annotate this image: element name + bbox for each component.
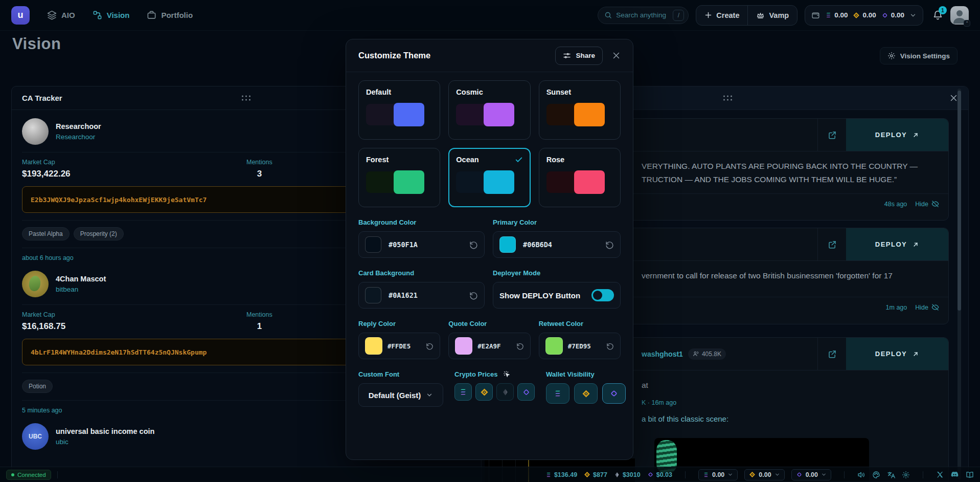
token-handle[interactable]: Researchoor	[56, 133, 101, 141]
hide-button[interactable]: Hide	[915, 200, 939, 208]
color-swatch[interactable]	[499, 236, 516, 253]
tweet-username[interactable]: washghost1	[642, 350, 683, 358]
gem-balance-dropdown[interactable]: 0.00	[791, 469, 831, 480]
card-background-field[interactable]: #0A1621	[358, 282, 485, 309]
open-external-button[interactable]	[817, 338, 846, 370]
docs-button[interactable]	[966, 471, 974, 479]
bnb-icon	[582, 389, 590, 398]
nav-item-vision[interactable]: Vision	[93, 10, 130, 20]
solana-icon	[545, 472, 552, 478]
market-cap-label: Market Cap	[22, 159, 246, 166]
vision-settings-button[interactable]: Vision Settings	[880, 47, 958, 64]
color-swatch[interactable]	[455, 337, 472, 355]
theme-option-ocean[interactable]: Ocean	[448, 148, 530, 207]
token-handle[interactable]: ubic	[56, 438, 154, 446]
theme-dark-swatch	[546, 104, 576, 125]
crypto-price-toggle-gem[interactable]	[517, 383, 535, 401]
drag-handle-icon[interactable]	[723, 95, 733, 101]
theme-option-default[interactable]: Default	[358, 80, 440, 140]
open-external-button[interactable]	[817, 119, 846, 151]
quote-color-field[interactable]: #E2A9F	[448, 333, 530, 359]
sol-balance-dropdown[interactable]: 0.00	[698, 469, 738, 480]
wallet-visibility-label: Wallet Visibility	[546, 370, 626, 378]
theme-option-sunset[interactable]: Sunset	[539, 80, 621, 140]
open-external-button[interactable]	[817, 228, 846, 260]
close-panel-button[interactable]	[949, 94, 958, 102]
close-modal-button[interactable]	[612, 51, 621, 60]
chevron-down-icon	[774, 472, 780, 477]
wallet-visibility-toggle-sol[interactable]	[546, 383, 569, 404]
nav-item-portfolio[interactable]: Portfolio	[147, 10, 193, 20]
nav-item-aio[interactable]: AIO	[47, 10, 75, 20]
token-name: Researchoor	[56, 122, 101, 130]
theme-option-forest[interactable]: Forest	[358, 148, 440, 207]
market-cap-label: Market Cap	[22, 311, 246, 318]
nav-label: AIO	[61, 11, 75, 19]
token-avatar[interactable]	[22, 271, 49, 297]
app-logo[interactable]: u	[11, 6, 30, 25]
hide-button[interactable]: Hide	[915, 303, 939, 311]
vamp-button[interactable]: Vamp	[748, 6, 797, 25]
gear-icon	[902, 471, 910, 479]
deploy-button[interactable]: DEPLOY	[846, 228, 948, 260]
x-logo-icon	[936, 471, 944, 478]
wallet-visibility-toggle-bnb[interactable]	[574, 383, 598, 404]
translate-button[interactable]	[887, 471, 895, 479]
retweet-color-field[interactable]: #7ED95	[539, 333, 621, 359]
drag-handle-icon[interactable]	[242, 95, 251, 101]
crypto-price-toggle-eth[interactable]	[496, 383, 514, 401]
volume-button[interactable]	[857, 471, 865, 479]
token-avatar[interactable]: UBC	[22, 423, 49, 450]
search-input[interactable]: Search anything /	[598, 7, 689, 24]
reset-icon[interactable]	[606, 342, 614, 350]
create-button[interactable]: Create	[696, 6, 747, 25]
settings-button[interactable]	[902, 471, 910, 479]
deploy-toggle[interactable]	[591, 289, 614, 301]
reset-icon[interactable]	[469, 240, 478, 249]
status-bar: Connected $136.49 $877 $3010 $0.03 0.00 …	[0, 467, 980, 482]
discord-link[interactable]	[950, 470, 959, 479]
modal-title: Customize Theme	[358, 51, 430, 60]
wallet-visibility-toggle-gem[interactable]	[602, 383, 626, 404]
wallet-balances[interactable]: 0.00 0.00 0.00	[805, 5, 923, 26]
user-avatar[interactable]: ⌃	[950, 6, 969, 25]
color-swatch[interactable]	[545, 337, 563, 355]
mentions-label: Mentions	[246, 159, 272, 166]
color-swatch[interactable]	[365, 287, 381, 303]
theme-dark-swatch	[366, 171, 396, 193]
search-shortcut-key: /	[673, 10, 684, 21]
theme-option-cosmic[interactable]: Cosmic	[448, 80, 530, 140]
reset-icon[interactable]	[516, 342, 524, 350]
primary-color-field[interactable]: #06B6D4	[493, 231, 621, 258]
deploy-button[interactable]: DEPLOY	[846, 119, 948, 151]
background-color-field[interactable]: #050F1A	[358, 231, 485, 258]
reply-color-field[interactable]: #FFDE5	[358, 333, 440, 359]
bnb-balance-dropdown[interactable]: 0.00	[744, 469, 784, 480]
reset-icon[interactable]	[469, 291, 478, 300]
token-name: 4Chan Mascot	[56, 275, 106, 283]
theme-dark-swatch	[456, 171, 486, 193]
x-twitter-link[interactable]	[936, 471, 944, 478]
layers-icon	[47, 10, 57, 20]
token-handle[interactable]: bitbean	[56, 286, 106, 293]
color-swatch[interactable]	[365, 236, 381, 253]
deploy-button[interactable]: DEPLOY	[846, 338, 948, 370]
tag-badge[interactable]: Prosperity (2)	[74, 227, 124, 240]
background-color-label: Background Color	[358, 218, 485, 226]
theme-option-rose[interactable]: Rose	[539, 148, 621, 207]
purple-gem-icon	[609, 389, 619, 398]
share-button[interactable]: Share	[555, 47, 603, 65]
notifications-button[interactable]: 1	[932, 10, 943, 20]
theme-palette-button[interactable]	[872, 471, 880, 479]
crypto-price-toggle-sol[interactable]	[454, 383, 472, 401]
crown-icon	[756, 11, 765, 19]
tag-badge[interactable]: Pastel Alpha	[22, 227, 70, 240]
token-avatar[interactable]	[22, 118, 49, 145]
reset-icon[interactable]	[426, 342, 434, 350]
scrollbar-thumb[interactable]	[958, 91, 961, 311]
reset-icon[interactable]	[605, 240, 614, 249]
crypto-price-toggle-bnb[interactable]	[475, 383, 493, 401]
font-dropdown[interactable]: Default (Geist)	[358, 383, 443, 407]
color-swatch[interactable]	[365, 337, 382, 355]
tag-badge[interactable]: Potion	[22, 380, 53, 393]
